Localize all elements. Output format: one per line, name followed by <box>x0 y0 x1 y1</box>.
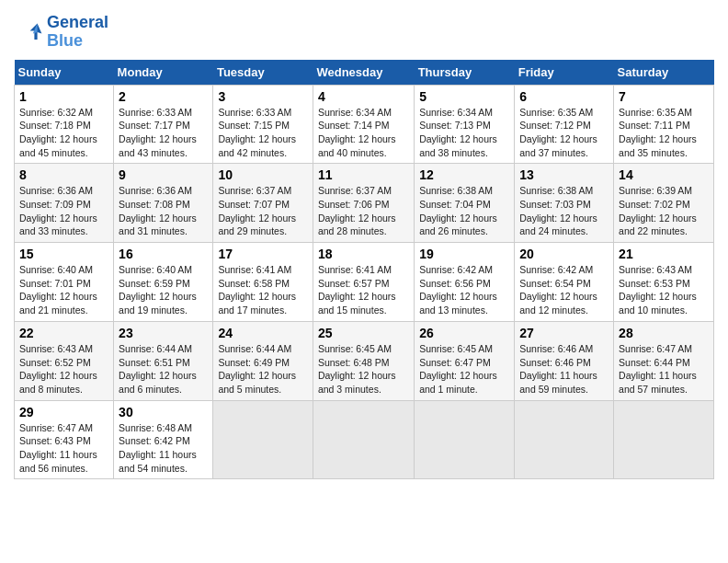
calendar-cell <box>213 400 313 479</box>
calendar-cell <box>614 400 714 479</box>
calendar-cell: 21Sunrise: 6:43 AMSunset: 6:53 PMDayligh… <box>614 243 714 322</box>
calendar-cell: 18Sunrise: 6:41 AMSunset: 6:57 PMDayligh… <box>313 243 414 322</box>
column-header-monday: Monday <box>114 60 213 86</box>
column-header-saturday: Saturday <box>614 60 714 86</box>
calendar-cell: 24Sunrise: 6:44 AMSunset: 6:49 PMDayligh… <box>213 321 313 400</box>
calendar-cell: 10Sunrise: 6:37 AMSunset: 7:07 PMDayligh… <box>213 164 313 243</box>
calendar-cell: 5Sunrise: 6:34 AMSunset: 7:13 PMDaylight… <box>415 85 515 164</box>
logo-icon <box>14 17 43 47</box>
calendar-cell: 23Sunrise: 6:44 AMSunset: 6:51 PMDayligh… <box>114 321 213 400</box>
calendar-cell: 22Sunrise: 6:43 AMSunset: 6:52 PMDayligh… <box>15 321 114 400</box>
calendar-cell: 13Sunrise: 6:38 AMSunset: 7:03 PMDayligh… <box>515 164 614 243</box>
calendar-cell: 6Sunrise: 6:35 AMSunset: 7:12 PMDaylight… <box>515 85 614 164</box>
column-header-thursday: Thursday <box>415 60 515 86</box>
column-header-wednesday: Wednesday <box>313 60 414 86</box>
calendar-row: 8Sunrise: 6:36 AMSunset: 7:09 PMDaylight… <box>15 164 714 243</box>
calendar-cell: 15Sunrise: 6:40 AMSunset: 7:01 PMDayligh… <box>15 243 114 322</box>
calendar-cell: 1Sunrise: 6:32 AMSunset: 7:18 PMDaylight… <box>15 85 114 164</box>
calendar-row: 29Sunrise: 6:47 AMSunset: 6:43 PMDayligh… <box>15 400 714 479</box>
calendar-table: SundayMondayTuesdayWednesdayThursdayFrid… <box>14 60 714 480</box>
column-header-tuesday: Tuesday <box>213 60 313 86</box>
calendar-cell: 8Sunrise: 6:36 AMSunset: 7:09 PMDaylight… <box>15 164 114 243</box>
calendar-cell: 25Sunrise: 6:45 AMSunset: 6:48 PMDayligh… <box>313 321 414 400</box>
logo-text: General Blue <box>47 14 108 51</box>
calendar-cell: 26Sunrise: 6:45 AMSunset: 6:47 PMDayligh… <box>415 321 515 400</box>
calendar-cell: 3Sunrise: 6:33 AMSunset: 7:15 PMDaylight… <box>213 85 313 164</box>
calendar-cell: 2Sunrise: 6:33 AMSunset: 7:17 PMDaylight… <box>114 85 213 164</box>
calendar-cell: 29Sunrise: 6:47 AMSunset: 6:43 PMDayligh… <box>15 400 114 479</box>
calendar-cell: 7Sunrise: 6:35 AMSunset: 7:11 PMDaylight… <box>614 85 714 164</box>
calendar-cell: 9Sunrise: 6:36 AMSunset: 7:08 PMDaylight… <box>114 164 213 243</box>
calendar-cell: 19Sunrise: 6:42 AMSunset: 6:56 PMDayligh… <box>415 243 515 322</box>
calendar-cell: 17Sunrise: 6:41 AMSunset: 6:58 PMDayligh… <box>213 243 313 322</box>
calendar-cell <box>415 400 515 479</box>
calendar-row: 15Sunrise: 6:40 AMSunset: 7:01 PMDayligh… <box>15 243 714 322</box>
page-header: General Blue <box>14 14 714 51</box>
calendar-cell: 27Sunrise: 6:46 AMSunset: 6:46 PMDayligh… <box>515 321 614 400</box>
calendar-row: 1Sunrise: 6:32 AMSunset: 7:18 PMDaylight… <box>15 85 714 164</box>
calendar-cell: 30Sunrise: 6:48 AMSunset: 6:42 PMDayligh… <box>114 400 213 479</box>
calendar-cell: 28Sunrise: 6:47 AMSunset: 6:44 PMDayligh… <box>614 321 714 400</box>
logo: General Blue <box>14 14 108 51</box>
calendar-row: 22Sunrise: 6:43 AMSunset: 6:52 PMDayligh… <box>15 321 714 400</box>
column-header-friday: Friday <box>515 60 614 86</box>
calendar-cell <box>515 400 614 479</box>
calendar-cell: 11Sunrise: 6:37 AMSunset: 7:06 PMDayligh… <box>313 164 414 243</box>
calendar-cell: 20Sunrise: 6:42 AMSunset: 6:54 PMDayligh… <box>515 243 614 322</box>
column-header-sunday: Sunday <box>15 60 114 86</box>
calendar-cell: 16Sunrise: 6:40 AMSunset: 6:59 PMDayligh… <box>114 243 213 322</box>
calendar-cell: 12Sunrise: 6:38 AMSunset: 7:04 PMDayligh… <box>415 164 515 243</box>
calendar-cell <box>313 400 414 479</box>
calendar-cell: 4Sunrise: 6:34 AMSunset: 7:14 PMDaylight… <box>313 85 414 164</box>
calendar-cell: 14Sunrise: 6:39 AMSunset: 7:02 PMDayligh… <box>614 164 714 243</box>
